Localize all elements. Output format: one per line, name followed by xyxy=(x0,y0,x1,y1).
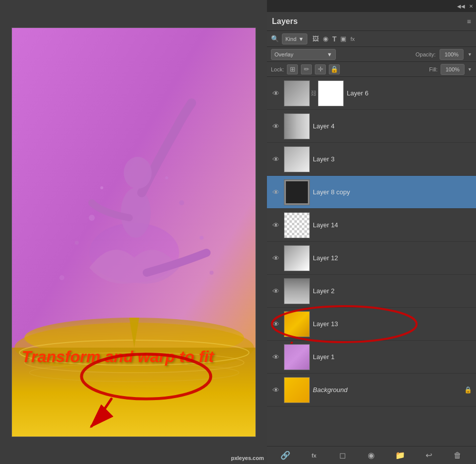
opacity-input[interactable]: 100% xyxy=(440,49,464,60)
kind-dropdown-arrow: ▼ xyxy=(298,36,304,42)
blend-mode-arrow: ▼ xyxy=(327,51,332,57)
layer2-visibility-toggle[interactable]: 👁 xyxy=(271,286,281,296)
kind-adjustment-icon[interactable]: ◉ xyxy=(323,35,328,42)
layer-item-layer1[interactable]: 👁 Layer 1 xyxy=(267,341,476,374)
layer1-thumb-content xyxy=(284,345,309,370)
delete-layer-button[interactable]: 🗑 xyxy=(451,449,465,463)
blend-mode-label: Overlay xyxy=(274,51,293,57)
svg-point-17 xyxy=(210,271,214,275)
blend-row: Overlay ▼ Opacity: 100% ▼ xyxy=(267,47,476,62)
layer3-thumb-content xyxy=(284,147,309,172)
layer12-thumb-content xyxy=(284,246,309,271)
layer6-visibility-toggle[interactable]: 👁 xyxy=(271,88,281,98)
layer1-name: Layer 1 xyxy=(313,353,472,361)
layer14-visibility-toggle[interactable]: 👁 xyxy=(271,220,281,230)
layer-item-layer4[interactable]: 👁 Layer 4 xyxy=(267,110,476,143)
svg-point-16 xyxy=(59,275,64,280)
svg-point-10 xyxy=(89,215,95,221)
layer14-thumb-content xyxy=(284,213,309,238)
layer12-name: Layer 12 xyxy=(313,254,472,262)
lock-pixels-button[interactable]: ⊞ xyxy=(287,64,298,74)
svg-point-12 xyxy=(200,236,204,240)
svg-point-15 xyxy=(165,176,168,179)
background-visibility-toggle[interactable]: 👁 xyxy=(271,385,281,395)
layer13-thumbnail xyxy=(284,311,310,337)
fill-arrow[interactable]: ▼ xyxy=(468,67,472,72)
create-layer-button[interactable]: ↩ xyxy=(422,449,436,463)
layer8copy-thumbnail xyxy=(284,179,310,205)
panel-menu-button[interactable]: ≡ xyxy=(467,17,471,25)
layer3-visibility-toggle[interactable]: 👁 xyxy=(271,154,281,164)
layer-item-layer8copy[interactable]: 👁 Layer 8 copy xyxy=(267,176,476,209)
canvas-annotation-text: Transform and warp to fit xyxy=(22,347,214,366)
canvas-image: Transform and warp to fit xyxy=(11,27,256,437)
close-button[interactable]: ✕ xyxy=(469,3,473,9)
lock-label: Lock: xyxy=(271,66,284,72)
ballerina-svg xyxy=(12,28,256,437)
layer-fx-button[interactable]: fx xyxy=(307,449,321,463)
background-thumbnail xyxy=(284,377,310,403)
add-mask-button[interactable]: ◻ xyxy=(336,449,350,463)
add-adjustment-button[interactable]: ◉ xyxy=(364,449,378,463)
collapse-button[interactable]: ◀◀ xyxy=(457,3,465,9)
layer6-thumbnail xyxy=(284,80,310,106)
kind-dropdown[interactable]: Kind ▼ xyxy=(282,33,307,44)
fill-input[interactable]: 100% xyxy=(441,64,465,75)
layer13-visibility-toggle[interactable]: 👁 xyxy=(271,319,281,329)
layer14-name: Layer 14 xyxy=(313,221,472,229)
layer8copy-visibility-toggle[interactable]: 👁 xyxy=(271,187,281,197)
kind-shape-icon[interactable]: ▣ xyxy=(340,35,346,42)
panel-topbar: ◀◀ ✕ xyxy=(267,0,476,12)
background-thumb-content xyxy=(284,378,309,403)
layer6-mask-content xyxy=(318,81,343,106)
svg-point-14 xyxy=(100,186,103,189)
link-layers-button[interactable]: 🔗 xyxy=(278,449,292,463)
layers-list[interactable]: 👁 ⛓ Layer 6 👁 Layer 4 👁 xyxy=(267,77,476,446)
kind-text-icon[interactable]: T xyxy=(332,35,337,43)
background-lock-icon: 🔒 xyxy=(464,386,472,394)
kind-row: 🔍 Kind ▼ 🖼 ◉ T ▣ fx xyxy=(267,31,476,47)
layer-item-layer12[interactable]: 👁 Layer 12 xyxy=(267,242,476,275)
layer-item-background[interactable]: 👁 Background 🔒 xyxy=(267,374,476,407)
layer8copy-thumb-content xyxy=(284,180,309,205)
kind-smart-icon[interactable]: fx xyxy=(350,36,355,42)
kind-image-icon[interactable]: 🖼 xyxy=(312,35,319,42)
canvas-area: Transform and warp to fit pxleyes.com xyxy=(0,0,267,464)
layer-item-layer14[interactable]: 👁 Layer 14 xyxy=(267,209,476,242)
svg-point-8 xyxy=(121,188,151,238)
layer4-name: Layer 4 xyxy=(313,122,472,130)
layer14-thumbnail xyxy=(284,212,310,238)
layer6-chain-icon: ⛓ xyxy=(311,90,317,97)
opacity-label: Opacity: xyxy=(416,51,436,57)
search-icon: 🔍 xyxy=(271,35,279,42)
layer2-name: Layer 2 xyxy=(313,287,472,295)
blend-mode-dropdown[interactable]: Overlay ▼ xyxy=(271,49,336,60)
layer13-name: Layer 13 xyxy=(313,320,472,328)
svg-point-9 xyxy=(124,157,152,189)
layer3-thumbnail xyxy=(284,146,310,172)
fill-label: Fill: xyxy=(429,66,438,72)
layer2-thumbnail xyxy=(284,278,310,304)
layer2-thumb-content xyxy=(284,279,309,304)
svg-point-11 xyxy=(179,200,184,205)
panel-title: Layers xyxy=(272,17,467,26)
layers-panel: ◀◀ ✕ Layers ≡ 🔍 Kind ▼ 🖼 ◉ T ▣ fx Overla… xyxy=(267,0,476,464)
layer12-visibility-toggle[interactable]: 👁 xyxy=(271,253,281,263)
layer8copy-name: Layer 8 copy xyxy=(313,188,472,196)
layer6-name: Layer 6 xyxy=(347,89,472,97)
layer1-visibility-toggle[interactable]: 👁 xyxy=(271,352,281,362)
layer6-thumb-group: ⛓ xyxy=(284,80,344,106)
lock-position-button[interactable]: ✛ xyxy=(315,64,326,74)
layer4-thumbnail xyxy=(284,113,310,139)
layer-item-layer6[interactable]: 👁 ⛓ Layer 6 xyxy=(267,77,476,110)
opacity-arrow[interactable]: ▼ xyxy=(468,52,472,57)
background-name: Background xyxy=(313,386,461,394)
canvas-background: Transform and warp to fit xyxy=(12,28,255,437)
lock-image-button[interactable]: ✏ xyxy=(301,64,312,74)
layer-item-layer3[interactable]: 👁 Layer 3 xyxy=(267,143,476,176)
create-group-button[interactable]: 📁 xyxy=(393,449,407,463)
lock-all-button[interactable]: 🔒 xyxy=(329,64,340,74)
layer4-visibility-toggle[interactable]: 👁 xyxy=(271,121,281,131)
layer-item-layer13[interactable]: 👁 Layer 13 xyxy=(267,308,476,341)
layer-item-layer2[interactable]: 👁 Layer 2 xyxy=(267,275,476,308)
